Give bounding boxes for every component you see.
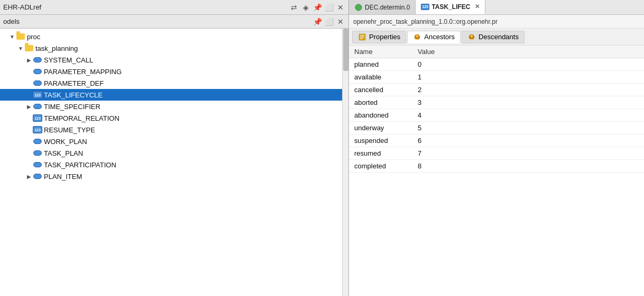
right-tabs-bar: DEC.determin.0 123 TASK_LIFEC ✕ xyxy=(349,0,644,15)
table-row: abandoned4 xyxy=(349,109,644,122)
sync-icon[interactable]: ⇄ xyxy=(289,3,299,12)
arrow-lr-icon[interactable]: ◈ xyxy=(301,3,310,12)
data-table: Name Value planned0available1cancelled2a… xyxy=(349,46,644,173)
cell-value: 8 xyxy=(412,160,455,173)
table-row: planned0 xyxy=(349,58,644,71)
cell-extra xyxy=(455,58,644,71)
tree-label-task-participation: TASK_PARTICIPATION xyxy=(44,161,116,169)
tree-item-task-participation[interactable]: TASK_PARTICIPATION xyxy=(0,159,342,171)
svg-point-8 xyxy=(471,35,473,37)
tree-area: ▼ proc ▼ task_planning ▶ SYST xyxy=(0,29,342,296)
tab-task-icon: 123 xyxy=(421,3,429,11)
tree-item-plan-item[interactable]: ▶ PLAN_ITEM xyxy=(0,171,342,182)
panel-tab-ancestors-label: Ancestors xyxy=(424,33,455,41)
cell-extra xyxy=(455,147,644,160)
tree-item-resume-type[interactable]: 123 RESUME_TYPE xyxy=(0,124,342,136)
tree-item-temporal-relation[interactable]: 123 TEMPORAL_RELATION xyxy=(0,112,342,124)
tree-label-time-specifier: TIME_SPECIFIER xyxy=(44,103,100,111)
tree-item-time-specifier[interactable]: ▶ TIME_SPECIFIER xyxy=(0,101,342,112)
cell-name: aborted xyxy=(349,96,412,109)
panel-tab-descendants-label: Descendants xyxy=(479,33,519,41)
cell-name: suspended xyxy=(349,134,412,147)
cell-value: 6 xyxy=(412,134,455,147)
tab-dec-determin[interactable]: DEC.determin.0 xyxy=(349,0,416,14)
enum-icon-resume-type: 123 xyxy=(33,125,42,134)
folder-icon-proc xyxy=(16,32,25,41)
models-maximize-icon[interactable]: ⬜ xyxy=(324,17,334,26)
tree-label-task-lifecycle: TASK_LIFECYCLE xyxy=(44,91,103,99)
tree-item-system-call[interactable]: ▶ SYSTEM_CALL xyxy=(0,54,342,66)
tree-item-task-lifecycle[interactable]: 123 TASK_LIFECYCLE xyxy=(0,89,342,101)
col-header-extra xyxy=(455,46,644,58)
expand-arrow-task-planning[interactable]: ▼ xyxy=(17,44,24,52)
tree-item-task-plan[interactable]: TASK_PLAN xyxy=(0,147,342,159)
cell-name: cancelled xyxy=(349,84,412,96)
properties-icon xyxy=(358,33,366,41)
class-icon-work-plan xyxy=(33,137,42,146)
cell-name: available xyxy=(349,71,412,84)
cell-value: 4 xyxy=(412,109,455,122)
class-icon-time-specifier xyxy=(33,102,42,111)
tree-item-parameter-mapping[interactable]: PARAMETER_MAPPING xyxy=(0,66,342,77)
tree-item-proc[interactable]: ▼ proc xyxy=(0,31,342,42)
table-row: resumed7 xyxy=(349,147,644,160)
tree-label-system-call: SYSTEM_CALL xyxy=(44,56,93,64)
expand-arrow-system-call[interactable]: ▶ xyxy=(25,56,33,64)
tree-label-parameter-def: PARAMETER_DEF xyxy=(44,79,104,87)
tab-dec-icon xyxy=(354,3,363,12)
tree-item-task-planning[interactable]: ▼ task_planning xyxy=(0,42,342,54)
col-header-value: Value xyxy=(412,46,455,58)
class-icon-plan-item xyxy=(33,172,42,181)
models-label: odels xyxy=(3,17,20,25)
top-bar: EHR-ADLref ⇄ ◈ 📌 ⬜ ✕ xyxy=(0,0,348,15)
panel-tab-ancestors[interactable]: Ancestors xyxy=(407,31,461,43)
maximize-icon[interactable]: ⬜ xyxy=(324,3,334,12)
tree-item-parameter-def[interactable]: PARAMETER_DEF xyxy=(0,77,342,89)
expand-arrow-time-specifier[interactable]: ▶ xyxy=(25,103,33,110)
expand-arrow-proc[interactable]: ▼ xyxy=(8,33,16,40)
breadcrumb: openehr_proc_task_planning_1.0.0::org.op… xyxy=(349,15,644,29)
models-close-icon[interactable]: ✕ xyxy=(336,17,345,26)
tree-label-parameter-mapping: PARAMETER_MAPPING xyxy=(44,68,122,76)
cell-value: 1 xyxy=(412,71,455,84)
panel-tab-properties[interactable]: Properties xyxy=(352,31,406,43)
folder-icon-task-planning xyxy=(24,44,34,52)
pin-icon[interactable]: 📌 xyxy=(312,3,322,12)
panel-tab-descendants[interactable]: Descendants xyxy=(462,31,525,43)
table-row: suspended6 xyxy=(349,134,644,147)
close-icon[interactable]: ✕ xyxy=(336,3,345,12)
tab-task-label: TASK_LIFEC xyxy=(431,3,470,11)
class-icon-task-plan xyxy=(33,149,42,157)
cell-name: completed xyxy=(349,160,412,173)
tab-dec-label: DEC.determin.0 xyxy=(365,4,410,11)
tree-label-work-plan: WORK_PLAN xyxy=(44,138,87,146)
left-panel: EHR-ADLref ⇄ ◈ 📌 ⬜ ✕ odels 📌 ⬜ ✕ ▼ proc xyxy=(0,0,349,296)
data-table-container: Name Value planned0available1cancelled2a… xyxy=(349,46,644,296)
tree-scrollbar[interactable] xyxy=(342,29,348,296)
panel-tabs-bar: Properties Ancestors Descend xyxy=(349,29,644,46)
cell-value: 0 xyxy=(412,58,455,71)
cell-name: abandoned xyxy=(349,109,412,122)
enum-icon-task-lifecycle: 123 xyxy=(33,91,42,99)
tree-item-work-plan[interactable]: WORK_PLAN xyxy=(0,136,342,147)
cell-extra xyxy=(455,109,644,122)
ancestors-icon xyxy=(413,33,421,41)
class-icon-parameter-mapping xyxy=(33,67,42,76)
tab-task-lifec[interactable]: 123 TASK_LIFEC ✕ xyxy=(416,0,485,14)
cell-extra xyxy=(455,134,644,147)
models-pin-icon[interactable]: 📌 xyxy=(312,17,322,26)
cell-name: resumed xyxy=(349,147,412,160)
scroll-thumb[interactable] xyxy=(343,29,348,71)
table-row: aborted3 xyxy=(349,96,644,109)
panel-tab-properties-label: Properties xyxy=(369,33,400,41)
tab-task-close-icon[interactable]: ✕ xyxy=(475,3,480,10)
tree-label-task-plan: TASK_PLAN xyxy=(44,149,83,157)
cell-value: 7 xyxy=(412,147,455,160)
col-header-name: Name xyxy=(349,46,412,58)
tree-label-resume-type: RESUME_TYPE xyxy=(44,126,95,134)
table-row: underway5 xyxy=(349,122,644,134)
expand-arrow-plan-item[interactable]: ▶ xyxy=(25,173,33,180)
cell-name: underway xyxy=(349,122,412,134)
cell-value: 5 xyxy=(412,122,455,134)
tree-label-task-planning: task_planning xyxy=(35,44,78,52)
